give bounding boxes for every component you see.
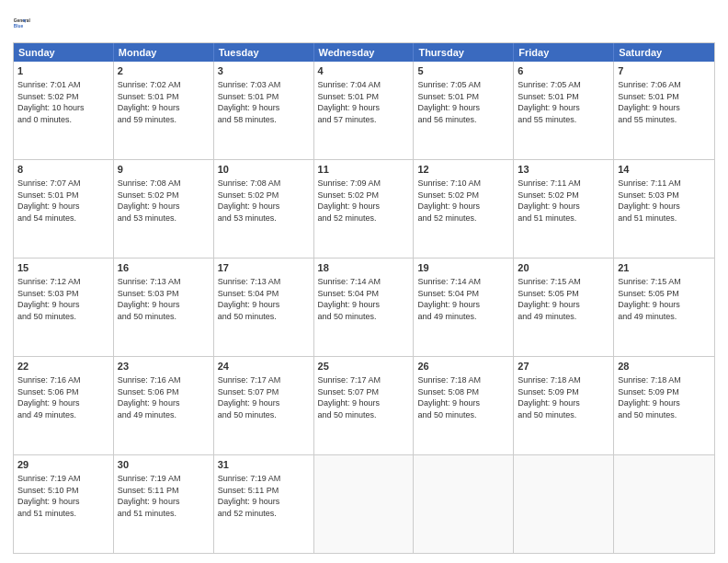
cal-header-thursday: Thursday bbox=[414, 43, 514, 62]
cal-cell: 2Sunrise: 7:02 AMSunset: 5:01 PMDaylight… bbox=[114, 62, 214, 159]
day-number: 30 bbox=[118, 458, 210, 472]
day-number: 2 bbox=[118, 64, 210, 78]
day-number: 8 bbox=[17, 163, 109, 177]
day-info: Sunrise: 7:14 AMSunset: 5:04 PMDaylight:… bbox=[417, 277, 481, 321]
day-number: 17 bbox=[218, 261, 310, 275]
day-number: 20 bbox=[518, 261, 609, 275]
day-info: Sunrise: 7:18 AMSunset: 5:09 PMDaylight:… bbox=[518, 375, 581, 419]
day-info: Sunrise: 7:17 AMSunset: 5:07 PMDaylight:… bbox=[318, 375, 381, 419]
day-info: Sunrise: 7:03 AMSunset: 5:01 PMDaylight:… bbox=[218, 80, 281, 124]
day-info: Sunrise: 7:19 AMSunset: 5:11 PMDaylight:… bbox=[118, 474, 181, 518]
day-info: Sunrise: 7:18 AMSunset: 5:08 PMDaylight:… bbox=[417, 375, 481, 419]
day-info: Sunrise: 7:02 AMSunset: 5:01 PMDaylight:… bbox=[118, 80, 181, 124]
logo: General Blue bbox=[13, 9, 40, 37]
day-number: 26 bbox=[417, 360, 509, 373]
day-number: 6 bbox=[518, 64, 609, 78]
cal-cell: 20Sunrise: 7:15 AMSunset: 5:05 PMDayligh… bbox=[514, 259, 614, 356]
cal-cell: 16Sunrise: 7:13 AMSunset: 5:03 PMDayligh… bbox=[114, 259, 214, 356]
day-number: 14 bbox=[618, 163, 711, 177]
day-number: 28 bbox=[618, 360, 711, 373]
cal-header-monday: Monday bbox=[114, 43, 214, 62]
cal-cell: 7Sunrise: 7:06 AMSunset: 5:01 PMDaylight… bbox=[614, 62, 714, 159]
day-info: Sunrise: 7:14 AMSunset: 5:04 PMDaylight:… bbox=[318, 277, 381, 321]
day-number: 4 bbox=[318, 64, 410, 78]
day-number: 15 bbox=[17, 261, 109, 275]
cal-cell: 15Sunrise: 7:12 AMSunset: 5:03 PMDayligh… bbox=[14, 259, 114, 356]
day-number: 31 bbox=[218, 458, 310, 472]
cal-cell: 21Sunrise: 7:15 AMSunset: 5:05 PMDayligh… bbox=[614, 259, 714, 356]
day-number: 21 bbox=[618, 261, 711, 275]
cal-cell: 3Sunrise: 7:03 AMSunset: 5:01 PMDaylight… bbox=[214, 62, 314, 159]
logo-icon: General Blue bbox=[13, 9, 40, 37]
cal-header-saturday: Saturday bbox=[614, 43, 714, 62]
cal-cell: 8Sunrise: 7:07 AMSunset: 5:01 PMDaylight… bbox=[14, 160, 114, 258]
cal-week-2: 8Sunrise: 7:07 AMSunset: 5:01 PMDaylight… bbox=[14, 159, 714, 258]
cal-header-sunday: Sunday bbox=[14, 43, 114, 62]
cal-header-wednesday: Wednesday bbox=[314, 43, 415, 62]
day-info: Sunrise: 7:04 AMSunset: 5:01 PMDaylight:… bbox=[318, 80, 381, 124]
day-info: Sunrise: 7:19 AMSunset: 5:11 PMDaylight:… bbox=[218, 474, 281, 518]
cal-cell: 26Sunrise: 7:18 AMSunset: 5:08 PMDayligh… bbox=[414, 357, 514, 454]
day-info: Sunrise: 7:15 AMSunset: 5:05 PMDaylight:… bbox=[518, 277, 581, 321]
day-number: 29 bbox=[17, 458, 109, 472]
cal-cell: 22Sunrise: 7:16 AMSunset: 5:06 PMDayligh… bbox=[14, 357, 114, 454]
cal-header-friday: Friday bbox=[514, 43, 614, 62]
day-number: 12 bbox=[417, 163, 509, 177]
day-number: 5 bbox=[417, 64, 509, 78]
calendar-body: 1Sunrise: 7:01 AMSunset: 5:02 PMDaylight… bbox=[14, 62, 714, 553]
cal-cell: 13Sunrise: 7:11 AMSunset: 5:02 PMDayligh… bbox=[514, 160, 614, 258]
cal-week-5: 29Sunrise: 7:19 AMSunset: 5:10 PMDayligh… bbox=[14, 454, 714, 553]
day-info: Sunrise: 7:15 AMSunset: 5:05 PMDaylight:… bbox=[618, 277, 681, 321]
calendar-page: General Blue SundayMondayTuesdayWednesda… bbox=[0, 0, 728, 563]
cal-cell: 6Sunrise: 7:05 AMSunset: 5:01 PMDaylight… bbox=[514, 62, 614, 159]
day-number: 27 bbox=[518, 360, 609, 373]
day-number: 24 bbox=[218, 360, 310, 373]
cal-cell: 27Sunrise: 7:18 AMSunset: 5:09 PMDayligh… bbox=[514, 357, 614, 454]
day-info: Sunrise: 7:13 AMSunset: 5:03 PMDaylight:… bbox=[118, 277, 181, 321]
cal-cell bbox=[414, 455, 514, 553]
day-number: 25 bbox=[318, 360, 410, 373]
cal-week-4: 22Sunrise: 7:16 AMSunset: 5:06 PMDayligh… bbox=[14, 356, 714, 454]
header: General Blue bbox=[13, 9, 715, 37]
cal-cell: 10Sunrise: 7:08 AMSunset: 5:02 PMDayligh… bbox=[214, 160, 314, 258]
day-info: Sunrise: 7:06 AMSunset: 5:01 PMDaylight:… bbox=[618, 80, 681, 124]
cal-cell: 5Sunrise: 7:05 AMSunset: 5:01 PMDaylight… bbox=[414, 62, 514, 159]
cal-cell: 30Sunrise: 7:19 AMSunset: 5:11 PMDayligh… bbox=[114, 455, 214, 553]
svg-text:General: General bbox=[14, 18, 30, 23]
svg-text:Blue: Blue bbox=[14, 24, 24, 29]
calendar-header-row: SundayMondayTuesdayWednesdayThursdayFrid… bbox=[14, 43, 714, 62]
cal-cell: 11Sunrise: 7:09 AMSunset: 5:02 PMDayligh… bbox=[314, 160, 415, 258]
cal-cell: 17Sunrise: 7:13 AMSunset: 5:04 PMDayligh… bbox=[214, 259, 314, 356]
day-number: 9 bbox=[118, 163, 210, 177]
cal-header-tuesday: Tuesday bbox=[214, 43, 314, 62]
cal-week-3: 15Sunrise: 7:12 AMSunset: 5:03 PMDayligh… bbox=[14, 258, 714, 356]
cal-cell: 12Sunrise: 7:10 AMSunset: 5:02 PMDayligh… bbox=[414, 160, 514, 258]
cal-cell: 1Sunrise: 7:01 AMSunset: 5:02 PMDaylight… bbox=[14, 62, 114, 159]
day-number: 23 bbox=[118, 360, 210, 373]
day-number: 1 bbox=[17, 64, 109, 78]
cal-cell: 29Sunrise: 7:19 AMSunset: 5:10 PMDayligh… bbox=[14, 455, 114, 553]
cal-cell: 23Sunrise: 7:16 AMSunset: 5:06 PMDayligh… bbox=[114, 357, 214, 454]
cal-cell: 25Sunrise: 7:17 AMSunset: 5:07 PMDayligh… bbox=[314, 357, 415, 454]
cal-cell: 9Sunrise: 7:08 AMSunset: 5:02 PMDaylight… bbox=[114, 160, 214, 258]
day-number: 10 bbox=[218, 163, 310, 177]
day-info: Sunrise: 7:05 AMSunset: 5:01 PMDaylight:… bbox=[518, 80, 581, 124]
day-number: 11 bbox=[318, 163, 410, 177]
day-number: 3 bbox=[218, 64, 310, 78]
day-number: 22 bbox=[17, 360, 109, 373]
day-number: 13 bbox=[518, 163, 609, 177]
day-info: Sunrise: 7:08 AMSunset: 5:02 PMDaylight:… bbox=[218, 178, 281, 223]
calendar-grid: SundayMondayTuesdayWednesdayThursdayFrid… bbox=[13, 42, 715, 554]
day-info: Sunrise: 7:19 AMSunset: 5:10 PMDaylight:… bbox=[17, 474, 81, 518]
day-info: Sunrise: 7:16 AMSunset: 5:06 PMDaylight:… bbox=[17, 375, 81, 419]
day-number: 7 bbox=[618, 64, 711, 78]
day-info: Sunrise: 7:08 AMSunset: 5:02 PMDaylight:… bbox=[118, 178, 181, 223]
cal-cell: 18Sunrise: 7:14 AMSunset: 5:04 PMDayligh… bbox=[314, 259, 415, 356]
cal-cell: 4Sunrise: 7:04 AMSunset: 5:01 PMDaylight… bbox=[314, 62, 415, 159]
cal-cell: 31Sunrise: 7:19 AMSunset: 5:11 PMDayligh… bbox=[214, 455, 314, 553]
cal-cell: 19Sunrise: 7:14 AMSunset: 5:04 PMDayligh… bbox=[414, 259, 514, 356]
cal-cell bbox=[514, 455, 614, 553]
day-info: Sunrise: 7:18 AMSunset: 5:09 PMDaylight:… bbox=[618, 375, 681, 419]
day-info: Sunrise: 7:13 AMSunset: 5:04 PMDaylight:… bbox=[218, 277, 281, 321]
cal-cell: 24Sunrise: 7:17 AMSunset: 5:07 PMDayligh… bbox=[214, 357, 314, 454]
